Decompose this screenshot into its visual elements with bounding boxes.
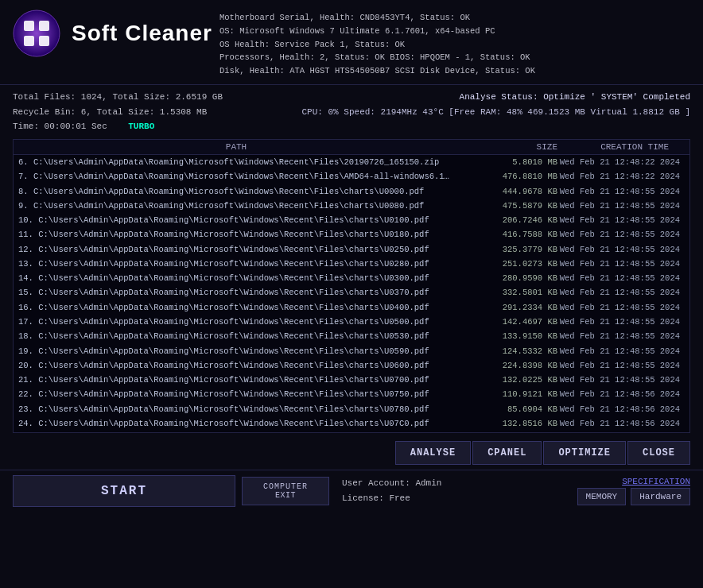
spec-area: SPECIFICATION MEMORY Hardware <box>577 477 690 505</box>
file-size: 332.5801 KB <box>454 286 557 299</box>
table-row[interactable]: 9. C:\Users\Admin\AppData\Roaming\Micros… <box>14 199 689 213</box>
svg-rect-2 <box>39 21 49 31</box>
file-path: 18. C:\Users\Admin\AppData\Roaming\Micro… <box>18 330 454 342</box>
file-date: Wed Feb 21 12:48:55 2024 <box>557 330 685 342</box>
file-date: Wed Feb 21 12:48:55 2024 <box>557 257 685 270</box>
file-size: 291.2334 KB <box>454 301 557 314</box>
table-row[interactable]: 8. C:\Users\Admin\AppData\Roaming\Micros… <box>14 184 689 199</box>
file-size: 251.0273 KB <box>454 257 557 270</box>
file-list-container: PATH SIZE CREATION TIME 6. C:\Users\Admi… <box>13 139 690 433</box>
file-path: 9. C:\Users\Admin\AppData\Roaming\Micros… <box>18 199 454 212</box>
file-date: Wed Feb 21 12:48:55 2024 <box>557 373 685 386</box>
action-buttons: ANALYSE CPANEL OPTIMIZE CLOSE <box>0 436 703 470</box>
file-list-header: PATH SIZE CREATION TIME <box>14 140 689 155</box>
file-size: 280.9590 KB <box>454 272 557 284</box>
cpanel-button[interactable]: CPANEL <box>472 441 542 465</box>
logo-area: Soft Cleaner <box>13 10 219 57</box>
file-size: 476.8810 MB <box>454 170 557 183</box>
exit-label: EXIT <box>254 491 317 500</box>
stats-left: Total Files: 1024, Total Size: 2.6519 GB… <box>13 90 223 134</box>
file-size: 325.3779 KB <box>454 243 557 256</box>
table-row[interactable]: 21. C:\Users\Admin\AppData\Roaming\Micro… <box>14 373 689 387</box>
table-row[interactable]: 11. C:\Users\Admin\AppData\Roaming\Micro… <box>14 227 689 242</box>
table-row[interactable]: 10. C:\Users\Admin\AppData\Roaming\Micro… <box>14 213 689 227</box>
file-list-body[interactable]: 6. C:\Users\Admin\AppData\Roaming\Micros… <box>14 155 689 430</box>
table-row[interactable]: 6. C:\Users\Admin\AppData\Roaming\Micros… <box>14 155 689 169</box>
file-path: 13. C:\Users\Admin\AppData\Roaming\Micro… <box>18 257 454 270</box>
sysinfo-line3: OS Health: Service Pack 1, Status: OK <box>219 38 690 52</box>
file-size: 142.4697 KB <box>454 315 557 328</box>
computer-label: COMPUTER <box>254 482 317 491</box>
file-date: Wed Feb 21 12:48:55 2024 <box>557 359 685 372</box>
file-path: 14. C:\Users\Admin\AppData\Roaming\Micro… <box>18 272 454 284</box>
file-date: Wed Feb 21 12:48:55 2024 <box>557 214 685 226</box>
table-row[interactable]: 23. C:\Users\Admin\AppData\Roaming\Micro… <box>14 402 689 416</box>
spec-buttons: MEMORY Hardware <box>577 488 690 505</box>
user-account: User Account: Admin <box>342 476 571 491</box>
table-row[interactable]: 14. C:\Users\Admin\AppData\Roaming\Micro… <box>14 271 689 285</box>
sysinfo-line4: Processors, Health: 2, Status: OK BIOS: … <box>219 51 690 64</box>
file-size: 85.6904 KB <box>454 403 557 416</box>
table-row[interactable]: 16. C:\Users\Admin\AppData\Roaming\Micro… <box>14 300 689 315</box>
file-size: 224.8398 KB <box>454 359 557 372</box>
file-path: 19. C:\Users\Admin\AppData\Roaming\Micro… <box>18 345 454 358</box>
table-row[interactable]: 17. C:\Users\Admin\AppData\Roaming\Micro… <box>14 315 689 329</box>
computer-exit-button[interactable]: COMPUTER EXIT <box>242 477 329 505</box>
file-path: 15. C:\Users\Admin\AppData\Roaming\Micro… <box>18 286 454 299</box>
col-date-header: CREATION TIME <box>557 142 685 152</box>
sysinfo-line5: Disk, Health: ATA HGST HTS545050B7 SCSI … <box>219 64 690 78</box>
table-row[interactable]: 15. C:\Users\Admin\AppData\Roaming\Micro… <box>14 285 689 300</box>
analyse-button[interactable]: ANALYSE <box>395 441 471 465</box>
file-size: 110.9121 KB <box>454 388 557 400</box>
file-size: 206.7246 KB <box>454 214 557 226</box>
col-size-header: SIZE <box>454 142 557 152</box>
table-row[interactable]: 7. C:\Users\Admin\AppData\Roaming\Micros… <box>14 169 689 184</box>
specification-link[interactable]: SPECIFICATION <box>622 477 690 486</box>
file-date: Wed Feb 21 12:48:56 2024 <box>557 388 685 400</box>
table-row[interactable]: 18. C:\Users\Admin\AppData\Roaming\Micro… <box>14 329 689 343</box>
stats-right: Analyse Status: Optimize ' SYSTEM' Compl… <box>302 90 690 119</box>
table-row[interactable]: 13. C:\Users\Admin\AppData\Roaming\Micro… <box>14 257 689 271</box>
file-date: Wed Feb 21 12:48:55 2024 <box>557 315 685 328</box>
file-path: 16. C:\Users\Admin\AppData\Roaming\Micro… <box>18 301 454 314</box>
table-row[interactable]: 24. C:\Users\Admin\AppData\Roaming\Micro… <box>14 416 689 430</box>
file-path: 8. C:\Users\Admin\AppData\Roaming\Micros… <box>18 185 454 198</box>
total-files-stat: Total Files: 1024, Total Size: 2.6519 GB <box>13 90 223 105</box>
file-date: Wed Feb 21 12:48:55 2024 <box>557 228 685 241</box>
file-path: 7. C:\Users\Admin\AppData\Roaming\Micros… <box>18 170 454 183</box>
svg-rect-1 <box>24 21 34 31</box>
close-button[interactable]: CLOSE <box>627 441 690 465</box>
file-path: 17. C:\Users\Admin\AppData\Roaming\Micro… <box>18 315 454 328</box>
file-path: 21. C:\Users\Admin\AppData\Roaming\Micro… <box>18 373 454 386</box>
file-path: 10. C:\Users\Admin\AppData\Roaming\Micro… <box>18 214 454 226</box>
file-date: Wed Feb 21 12:48:55 2024 <box>557 345 685 358</box>
optimize-button[interactable]: OPTIMIZE <box>543 441 626 465</box>
file-path: 24. C:\Users\Admin\AppData\Roaming\Micro… <box>18 417 454 430</box>
file-path: 11. C:\Users\Admin\AppData\Roaming\Micro… <box>18 228 454 241</box>
memory-button[interactable]: MEMORY <box>577 488 627 505</box>
bottom-bar: START COMPUTER EXIT User Account: Admin … <box>0 470 703 512</box>
table-row[interactable]: 22. C:\Users\Admin\AppData\Roaming\Micro… <box>14 387 689 401</box>
file-size: 416.7588 KB <box>454 228 557 241</box>
svg-rect-4 <box>39 36 49 46</box>
file-date: Wed Feb 21 12:48:55 2024 <box>557 286 685 299</box>
file-path: 6. C:\Users\Admin\AppData\Roaming\Micros… <box>18 156 454 168</box>
app-logo-icon <box>13 10 60 57</box>
col-path-header: PATH <box>18 142 454 152</box>
analyse-status: Analyse Status: Optimize ' SYSTEM' Compl… <box>302 90 690 105</box>
app-title: Soft Cleaner <box>72 21 212 46</box>
table-row[interactable]: 20. C:\Users\Admin\AppData\Roaming\Micro… <box>14 358 689 373</box>
table-row[interactable]: 12. C:\Users\Admin\AppData\Roaming\Micro… <box>14 242 689 257</box>
file-date: Wed Feb 21 12:48:55 2024 <box>557 301 685 314</box>
table-row[interactable]: 19. C:\Users\Admin\AppData\Roaming\Micro… <box>14 344 689 358</box>
start-button[interactable]: START <box>13 475 235 507</box>
file-size: 132.8516 KB <box>454 417 557 430</box>
svg-rect-3 <box>24 36 34 46</box>
file-date: Wed Feb 21 12:48:55 2024 <box>557 199 685 212</box>
sys-info: Motherboard Serial, Health: CND8453YT4, … <box>219 10 690 78</box>
file-size: 133.9150 KB <box>454 330 557 342</box>
file-path: 23. C:\Users\Admin\AppData\Roaming\Micro… <box>18 403 454 416</box>
file-date: Wed Feb 21 12:48:55 2024 <box>557 185 685 198</box>
turbo-label: TURBO <box>128 122 154 131</box>
hardware-button[interactable]: Hardware <box>631 488 690 505</box>
